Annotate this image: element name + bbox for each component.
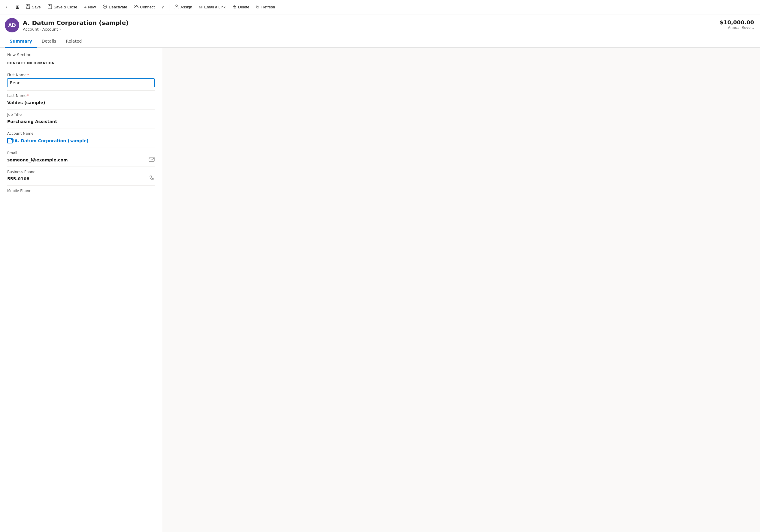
annual-revenue-value: $10,000.00 — [720, 19, 754, 25]
field-email: Email someone_i@example.com — [7, 148, 155, 167]
assign-label: Assign — [180, 5, 192, 9]
svg-rect-10 — [149, 157, 154, 161]
right-panel — [162, 48, 760, 532]
delete-label: Delete — [238, 5, 250, 9]
refresh-icon: ↻ — [256, 5, 260, 10]
deactivate-label: Deactivate — [109, 5, 127, 9]
email-field-row: someone_i@example.com — [7, 156, 155, 163]
record-info: A. Datum Corporation (sample) Account · … — [23, 19, 128, 31]
record-header-right: $10,000.00 Annual Reve... — [720, 18, 754, 30]
toolbar-divider — [169, 4, 169, 11]
tab-summary[interactable]: Summary — [5, 35, 37, 48]
job-title-label: Job Title — [7, 112, 155, 117]
save-close-icon — [47, 4, 52, 10]
svg-rect-2 — [26, 7, 29, 8]
save-label: Save — [32, 5, 41, 9]
breadcrumb-dropdown-icon[interactable]: ∨ — [59, 27, 62, 31]
record-header: AD A. Datum Corporation (sample) Account… — [0, 15, 760, 35]
email-action-icon[interactable] — [149, 156, 155, 163]
breadcrumb: Account · Account ∨ — [23, 27, 128, 31]
account-name-label: Account Name — [7, 131, 155, 136]
mobile-phone-label: Mobile Phone — [7, 189, 155, 193]
business-phone-field-row: 555-0108 — [7, 175, 155, 182]
save-button[interactable]: Save — [23, 2, 44, 12]
deactivate-button[interactable]: Deactivate — [99, 2, 130, 12]
refresh-button[interactable]: ↻ Refresh — [253, 3, 278, 12]
last-name-value: Valdes (sample) — [7, 99, 155, 106]
svg-point-8 — [136, 5, 138, 7]
field-first-name: First Name * — [7, 70, 155, 91]
avatar: AD — [5, 18, 19, 32]
field-business-phone: Business Phone 555-0108 — [7, 167, 155, 186]
refresh-label: Refresh — [261, 5, 275, 9]
svg-rect-4 — [49, 5, 50, 6]
toolbar: ← ⊞ Save Save & Close + New — [0, 0, 760, 15]
breadcrumb-separator: · — [40, 27, 41, 31]
connect-icon — [134, 4, 139, 10]
last-name-label: Last Name * — [7, 94, 155, 98]
business-phone-label: Business Phone — [7, 170, 155, 174]
new-button[interactable]: + New — [81, 3, 99, 11]
first-name-label: First Name * — [7, 73, 155, 77]
save-close-label: Save & Close — [54, 5, 77, 9]
first-name-input[interactable] — [7, 78, 155, 87]
breadcrumb-item-1[interactable]: Account — [23, 27, 39, 31]
connect-button[interactable]: Connect — [131, 2, 158, 12]
last-name-required: * — [27, 94, 29, 98]
svg-point-9 — [176, 5, 177, 7]
assign-icon — [174, 4, 179, 10]
delete-button[interactable]: 🗑 Delete — [229, 3, 253, 11]
connect-label: Connect — [140, 5, 155, 9]
tabs: Summary Details Related — [0, 35, 760, 48]
more-dropdown-button[interactable]: ∨ — [158, 3, 167, 11]
field-account-name: Account Name A. Datum Corporation (sampl… — [7, 128, 155, 148]
svg-point-7 — [134, 5, 136, 7]
content-area: New Section CONTACT INFORMATION First Na… — [0, 48, 760, 532]
first-name-required: * — [27, 73, 29, 77]
annual-revenue-label: Annual Reve... — [720, 25, 754, 30]
back-icon: ← — [5, 4, 10, 10]
delete-icon: 🗑 — [232, 5, 237, 10]
tab-details[interactable]: Details — [37, 35, 61, 48]
email-value: someone_i@example.com — [7, 156, 68, 163]
tab-related[interactable]: Related — [61, 35, 86, 48]
field-job-title: Job Title Purchasing Assistant — [7, 110, 155, 128]
left-panel: New Section CONTACT INFORMATION First Na… — [0, 48, 162, 532]
deactivate-icon — [102, 4, 107, 10]
nav-icon-button[interactable]: ⊞ — [13, 2, 22, 12]
svg-rect-1 — [27, 5, 28, 6]
section-title: New Section — [7, 53, 155, 57]
email-link-icon: ✉ — [199, 5, 203, 10]
back-button[interactable]: ← — [2, 2, 13, 12]
field-mobile-phone: Mobile Phone --- — [7, 186, 155, 204]
account-name-link[interactable]: A. Datum Corporation (sample) — [7, 137, 155, 145]
job-title-value: Purchasing Assistant — [7, 118, 155, 125]
breadcrumb-item-2[interactable]: Account — [42, 27, 58, 31]
grid-icon: ⊞ — [16, 4, 20, 10]
assign-button[interactable]: Assign — [171, 2, 195, 12]
contact-info-title: CONTACT INFORMATION — [7, 61, 155, 65]
record-title: A. Datum Corporation (sample) — [23, 19, 128, 26]
new-icon: + — [84, 5, 86, 10]
email-link-button[interactable]: ✉ Email a Link — [196, 3, 228, 12]
chevron-down-icon: ∨ — [161, 5, 164, 9]
record-header-left: AD A. Datum Corporation (sample) Account… — [5, 18, 128, 32]
mobile-phone-null: --- — [7, 194, 155, 201]
phone-action-icon[interactable] — [149, 176, 155, 182]
save-close-button[interactable]: Save & Close — [44, 2, 80, 12]
business-phone-value: 555-0108 — [7, 175, 29, 182]
new-label: New — [88, 5, 96, 9]
field-last-name: Last Name * Valdes (sample) — [7, 91, 155, 110]
save-icon — [25, 4, 30, 10]
email-link-label: Email a Link — [204, 5, 225, 9]
account-record-icon — [7, 138, 13, 144]
email-label: Email — [7, 151, 155, 155]
